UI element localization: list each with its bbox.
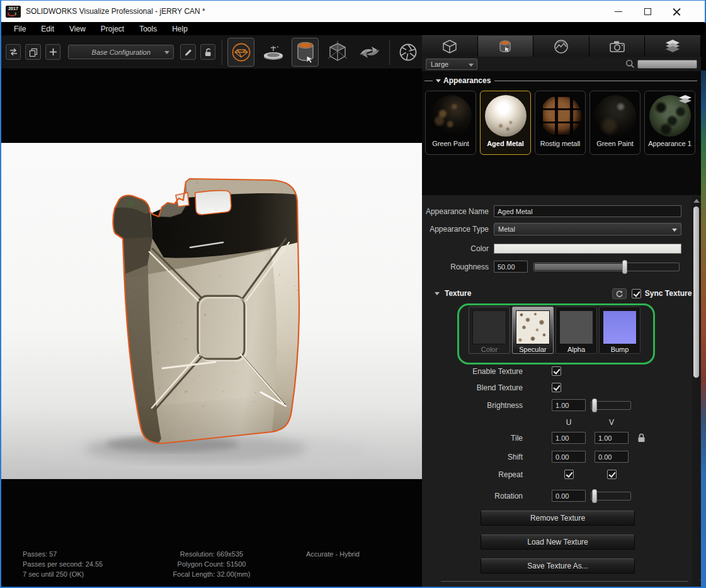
brightness-label: Brightness xyxy=(422,401,528,410)
add-configuration-button[interactable] xyxy=(45,44,60,60)
appearance-thumb-green-paint-2[interactable]: Green Paint xyxy=(589,91,641,155)
render-mode-button[interactable] xyxy=(227,38,254,67)
main-toolbar: Base Configuration xyxy=(1,35,422,69)
lock-icon[interactable] xyxy=(637,433,646,443)
slider-thumb[interactable] xyxy=(592,399,597,412)
render-status-center: Resolution: 669x535 Polygon Count: 51500… xyxy=(149,549,275,579)
close-button[interactable] xyxy=(662,1,691,23)
load-new-texture-button[interactable]: Load New Texture xyxy=(481,534,635,550)
panel-footer xyxy=(441,580,701,583)
sync-configurations-button[interactable] xyxy=(6,44,21,60)
texture-slot-bump[interactable]: Bump xyxy=(599,307,641,354)
palette-tab-bar xyxy=(422,35,701,57)
appearance-name-input[interactable] xyxy=(494,205,681,217)
appearance-thumb-aged-metal[interactable]: Aged Metal xyxy=(480,91,531,155)
camera-options-button[interactable] xyxy=(395,38,422,67)
enable-texture-checkbox[interactable] xyxy=(552,366,561,376)
render-canvas[interactable] xyxy=(1,143,422,479)
appearance-thumb-green-paint-1[interactable]: Green Paint xyxy=(425,91,476,155)
repeat-u-checkbox[interactable] xyxy=(564,470,574,479)
flip-tool-button[interactable] xyxy=(356,38,383,67)
swap-arrows-icon xyxy=(8,47,19,57)
appearance-thumb-appearance-1[interactable]: Appearance 1 xyxy=(644,91,695,155)
scrollbar-thumb[interactable] xyxy=(693,206,699,378)
lock-configuration-button[interactable] xyxy=(200,44,215,60)
appearance-thumb-rostig-metall[interactable]: Rostig metall xyxy=(535,91,586,155)
appearances-section-title: Appearances xyxy=(443,76,491,85)
menu-file[interactable]: File xyxy=(6,22,33,35)
appearance-tool-button[interactable] xyxy=(292,38,319,67)
blend-texture-checkbox[interactable] xyxy=(552,383,561,392)
brightness-slider[interactable] xyxy=(591,401,631,410)
texture-slot-specular[interactable]: Specular xyxy=(512,307,554,354)
texture-slot-alpha[interactable]: Alpha xyxy=(555,307,597,354)
viewport-3d[interactable] xyxy=(1,143,422,479)
color-texture-preview xyxy=(472,310,506,344)
toolbar-separator xyxy=(222,40,222,65)
slider-thumb[interactable] xyxy=(622,260,627,274)
menu-view[interactable]: View xyxy=(62,22,93,35)
shift-label: Shift xyxy=(422,453,528,461)
rotation-input[interactable] xyxy=(552,490,586,502)
roughness-slider[interactable] xyxy=(533,263,680,271)
refresh-icon xyxy=(615,290,623,298)
v-column-header: V xyxy=(609,418,614,427)
repeat-v-checkbox[interactable] xyxy=(607,470,617,479)
tab-cameras[interactable] xyxy=(589,35,646,57)
texture-slot-label: Specular xyxy=(519,346,546,353)
menu-tools[interactable]: Tools xyxy=(132,22,164,35)
appearance-type-dropdown[interactable]: Metal xyxy=(494,223,681,235)
panel-scrollbar[interactable] xyxy=(692,196,700,585)
status-resolution: Resolution: 669x535 xyxy=(149,549,275,559)
search-input[interactable] xyxy=(637,60,697,69)
scroll-up-arrow[interactable] xyxy=(693,199,700,203)
tile-u-input[interactable] xyxy=(552,432,586,444)
rotation-slider[interactable] xyxy=(591,492,631,500)
shift-u-input[interactable] xyxy=(552,451,586,463)
appearance-label: Green Paint xyxy=(426,140,475,147)
jerry-can-render[interactable] xyxy=(113,179,299,443)
curved-arrows-icon xyxy=(356,41,383,64)
blend-texture-label: Blend Texture xyxy=(422,383,528,392)
brightness-input[interactable] xyxy=(552,399,586,411)
paint-bucket-icon xyxy=(497,38,513,55)
thumbnail-size-dropdown[interactable]: Large xyxy=(426,59,477,70)
window-title: SOLIDWORKS Visualize Professional - jERR… xyxy=(26,7,205,16)
rename-configuration-button[interactable] xyxy=(180,44,195,60)
roughness-input[interactable] xyxy=(494,261,528,273)
shift-v-input[interactable] xyxy=(595,451,629,463)
tile-v-input[interactable] xyxy=(595,432,629,444)
camera-icon xyxy=(608,39,626,54)
appearance-label: Green Paint xyxy=(590,140,640,147)
texture-slot-color[interactable]: Color xyxy=(469,307,510,354)
render-status-mode: Accurate - Hybrid xyxy=(306,549,360,559)
sync-textures-checkbox[interactable] xyxy=(632,289,641,298)
turntable-button[interactable] xyxy=(259,38,287,67)
menu-edit[interactable]: Edit xyxy=(33,22,62,35)
configuration-dropdown[interactable]: Base Configuration xyxy=(68,45,174,59)
texture-section-header[interactable]: Texture Sync Textures xyxy=(422,288,701,299)
appearances-palette: Appearances Green Paint Aged Metal Rosti… xyxy=(422,71,701,195)
tab-layers[interactable] xyxy=(645,35,701,57)
refresh-textures-button[interactable] xyxy=(612,288,627,299)
save-texture-as-button[interactable]: Save Texture As... xyxy=(481,558,635,574)
slider-thumb[interactable] xyxy=(592,489,597,503)
tab-appearances[interactable] xyxy=(478,35,534,57)
maximize-button[interactable] xyxy=(633,1,662,23)
texture-slot-label: Bump xyxy=(611,346,629,353)
menu-help[interactable]: Help xyxy=(164,22,195,35)
color-swatch[interactable] xyxy=(494,244,681,254)
menu-project[interactable]: Project xyxy=(93,22,132,35)
collapse-arrow-icon xyxy=(436,79,441,82)
app-logo-year: 2017 xyxy=(8,6,18,11)
tab-environments[interactable] xyxy=(533,35,589,57)
desktop-background-sliver xyxy=(701,71,706,588)
status-countdown: 7 sec until 250 (OK) xyxy=(23,569,103,579)
copy-configuration-button[interactable] xyxy=(25,44,40,60)
appearances-section-header[interactable]: Appearances xyxy=(422,71,701,85)
remove-texture-button[interactable]: Remove Texture xyxy=(481,511,635,526)
sync-textures-label: Sync Textures xyxy=(645,289,696,298)
minimize-button[interactable] xyxy=(604,1,633,23)
model-tool-button[interactable] xyxy=(324,38,351,67)
tab-models[interactable] xyxy=(422,35,478,57)
